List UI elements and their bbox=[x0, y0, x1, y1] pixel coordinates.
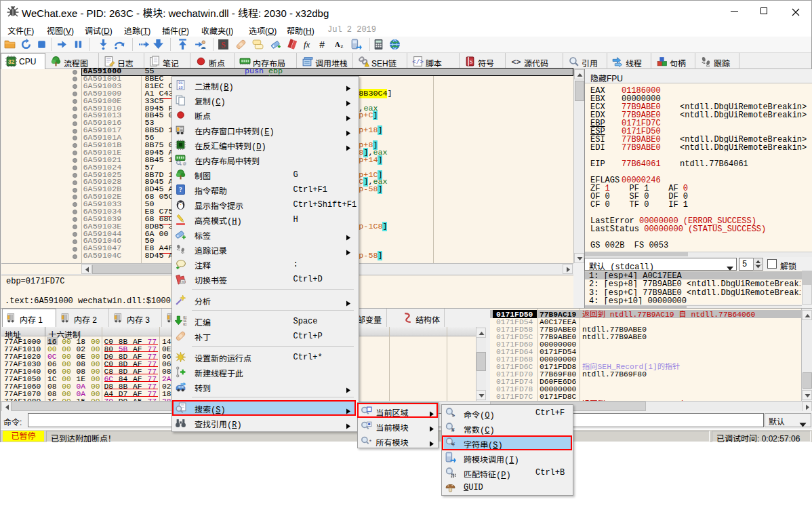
svg-text:#: # bbox=[319, 39, 325, 50]
svg-text:!: ! bbox=[367, 64, 367, 67]
svg-text:*: * bbox=[369, 438, 371, 445]
svg-text:10: 10 bbox=[178, 85, 182, 90]
svg-text:fx: fx bbox=[304, 40, 310, 50]
svg-text:z: z bbox=[340, 43, 343, 50]
svg-text:<>: <> bbox=[511, 58, 521, 67]
svg-text:A: A bbox=[335, 41, 340, 48]
svg-text:>: > bbox=[452, 413, 455, 418]
svg-text:01: 01 bbox=[178, 81, 182, 85]
svg-text:S: S bbox=[221, 41, 226, 50]
svg-text:?: ? bbox=[179, 186, 182, 193]
svg-text:</>: </> bbox=[412, 58, 424, 66]
svg-text:32: 32 bbox=[8, 58, 15, 65]
svg-text:n: n bbox=[182, 279, 184, 283]
svg-text:S: S bbox=[470, 58, 473, 65]
svg-text:#: # bbox=[451, 427, 455, 433]
svg-text:@: @ bbox=[182, 161, 186, 165]
svg-text:01: 01 bbox=[183, 322, 186, 326]
